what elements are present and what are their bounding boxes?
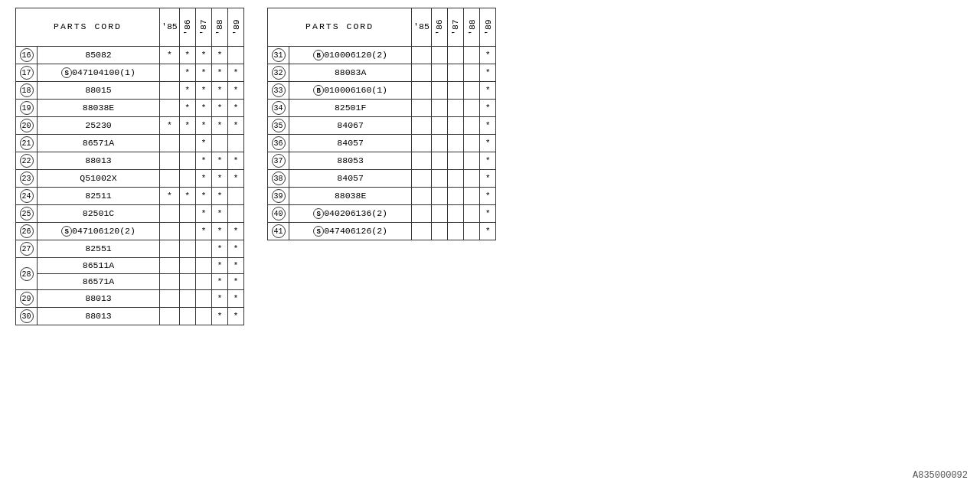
table-row: 31B010006120(2)* (268, 47, 496, 64)
year-cell: * (211, 152, 227, 170)
table-row: 2582501C** (16, 205, 244, 223)
table-row: 2288013*** (16, 152, 244, 170)
year-cell (228, 205, 244, 223)
year-cell (431, 188, 447, 205)
year-cell (412, 223, 432, 240)
part-name: 88038E (38, 100, 160, 117)
part-name: S047106120(2) (38, 223, 160, 240)
year-cell: * (228, 290, 244, 308)
table-row: 2186571A* (16, 135, 244, 152)
year-cell: * (228, 240, 244, 258)
parts-table-1: PARTS CORD '85 '86 '87 '88 '89 1685082**… (15, 8, 244, 325)
year-cell: * (228, 152, 244, 170)
year-cell (160, 308, 180, 325)
year-cell: * (211, 205, 227, 223)
part-name: 86571A (38, 274, 160, 290)
table-row: 3482501F* (268, 100, 496, 117)
year-cell (160, 290, 180, 308)
table-row: 86571A** (16, 274, 244, 290)
table-row: 3884057* (268, 170, 496, 188)
watermark: A835000092 (913, 470, 968, 481)
year-cell (160, 205, 180, 223)
table-row: 3288083A* (268, 64, 496, 82)
year-cell: * (480, 82, 496, 100)
year-cell (160, 64, 180, 82)
table-row: 3684057* (268, 135, 496, 152)
year-cell: * (480, 223, 496, 240)
year-cell (431, 205, 447, 223)
year-cell (431, 117, 447, 135)
part-name: 88053 (289, 152, 412, 170)
year-cell: * (179, 188, 195, 205)
part-name: S047406126(2) (289, 223, 412, 240)
year-cell (179, 152, 195, 170)
year-cell: * (228, 274, 244, 290)
part-name: 25230 (38, 117, 160, 135)
part-number: 39 (268, 188, 289, 205)
year-cell: * (211, 223, 227, 240)
year-cell: * (228, 82, 244, 100)
part-number: 22 (16, 152, 38, 170)
part-number: 34 (268, 100, 289, 117)
year-cell: * (211, 240, 227, 258)
year-cell: * (228, 223, 244, 240)
year-cell (412, 47, 432, 64)
table-row: 3788053* (268, 152, 496, 170)
part-name: 85082 (38, 47, 160, 64)
year-cell (179, 223, 195, 240)
part-name: 88013 (38, 308, 160, 325)
year-cell (179, 240, 195, 258)
part-number: 29 (16, 290, 38, 308)
part-number: 17 (16, 64, 38, 82)
part-name: S040206136(2) (289, 205, 412, 223)
year-cell: * (160, 47, 180, 64)
year-cell (447, 170, 463, 188)
year-cell (431, 100, 447, 117)
year-cell (412, 152, 432, 170)
part-number: 16 (16, 47, 38, 64)
year-cell (195, 258, 211, 274)
table-row: 2886511A** (16, 258, 244, 274)
year-cell (160, 240, 180, 258)
year-cell (464, 135, 480, 152)
year-cell (431, 82, 447, 100)
part-number: 33 (268, 82, 289, 100)
table-row: 26S047106120(2)*** (16, 223, 244, 240)
part-number: 21 (16, 135, 38, 152)
year-cell: * (195, 170, 211, 188)
year-cell (447, 117, 463, 135)
year-cell (431, 170, 447, 188)
year-cell: * (211, 82, 227, 100)
table2-header-y86: '86 (431, 8, 447, 47)
year-cell: * (228, 117, 244, 135)
table-row: 33B010006160(1)* (268, 82, 496, 100)
table-row: 17S047104100(1)**** (16, 64, 244, 82)
year-cell: * (179, 47, 195, 64)
table1-header-y85: '85 (160, 8, 180, 47)
year-cell: * (195, 205, 211, 223)
table2-header-y87: '87 (447, 8, 463, 47)
year-cell (447, 64, 463, 82)
part-name: 82501F (289, 100, 412, 117)
year-cell: * (480, 152, 496, 170)
parts-table-2: PARTS CORD '85 '86 '87 '88 '89 31B010006… (267, 8, 496, 240)
year-cell (211, 135, 227, 152)
year-cell (228, 47, 244, 64)
year-cell (464, 82, 480, 100)
part-number: 32 (268, 64, 289, 82)
part-name: S047104100(1) (38, 64, 160, 82)
table1-wrapper: PARTS CORD '85 '86 '87 '88 '89 1685082**… (15, 8, 244, 325)
part-name: 88013 (38, 290, 160, 308)
part-number: 41 (268, 223, 289, 240)
table2-header-y88: '88 (464, 8, 480, 47)
year-cell (447, 100, 463, 117)
year-cell: * (195, 135, 211, 152)
part-number: 26 (16, 223, 38, 240)
part-number: 35 (268, 117, 289, 135)
part-name: 88083A (289, 64, 412, 82)
part-name: Q51002X (38, 170, 160, 188)
year-cell (195, 308, 211, 325)
table-row: 1685082**** (16, 47, 244, 64)
table1-header-y86: '86 (179, 8, 195, 47)
year-cell (464, 205, 480, 223)
